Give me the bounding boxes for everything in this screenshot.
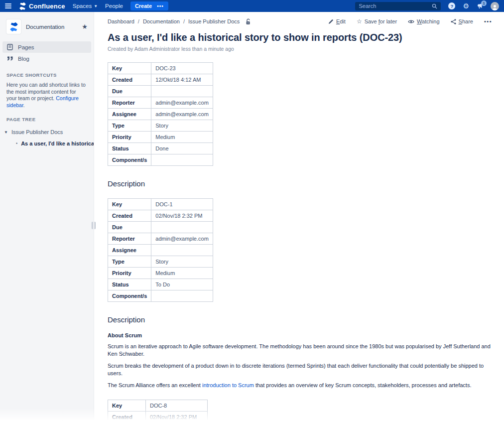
- description-heading-2: Description: [108, 315, 492, 324]
- field-label: Key: [108, 199, 151, 210]
- field-value: DOC-1: [151, 199, 213, 210]
- issue-field-row: TypeStory: [108, 256, 213, 268]
- bullet-icon: •: [16, 141, 17, 146]
- space-logo[interactable]: [6, 19, 21, 34]
- pencil-icon: [328, 19, 334, 24]
- confluence-logo[interactable]: Confluence: [19, 2, 65, 10]
- scrum-paragraph-1: Scrum is an iterative approach to Agile …: [108, 343, 492, 358]
- scrum-paragraph-2: Scrum breaks the development of a produc…: [108, 362, 492, 377]
- field-value: admin@example.com: [151, 233, 213, 245]
- field-label: Assignee: [108, 245, 151, 256]
- sidebar-item-pages[interactable]: Pages: [2, 41, 91, 53]
- space-shortcuts-text: Here you can add shortcut links to the m…: [0, 82, 94, 109]
- unlock-restrictions-icon[interactable]: [245, 18, 251, 25]
- field-label: Assignee: [108, 109, 151, 120]
- sidebar-item-blog[interactable]: Blog: [2, 53, 91, 64]
- search-box[interactable]: [355, 2, 441, 10]
- field-label: Status: [108, 279, 151, 290]
- breadcrumb-documentation[interactable]: Documentation: [143, 18, 180, 24]
- page-tree-heading: PAGE TREE: [0, 109, 94, 126]
- tree-item-current-page[interactable]: • As a user, I'd like a historical st: [0, 138, 94, 148]
- issue-field-row: KeyDOC-1: [108, 199, 213, 210]
- sidebar-resize-grip[interactable]: [92, 222, 96, 229]
- issue-info-table-1: KeyDOC-23Created12/Okt/18 4:12 AMDueRepo…: [108, 62, 213, 166]
- issue-field-row: Created02/Nov/18 2:32 PM: [108, 210, 213, 222]
- more-actions-icon[interactable]: •••: [484, 18, 492, 24]
- save-for-later-button[interactable]: ☆ Save for later: [357, 18, 397, 25]
- field-label: Created: [108, 74, 151, 86]
- edit-button[interactable]: Edit: [328, 18, 346, 24]
- field-label: Component/s: [108, 154, 151, 166]
- field-label: Type: [108, 256, 151, 268]
- search-input[interactable]: [359, 3, 432, 9]
- chevron-down-icon[interactable]: ▼: [4, 130, 8, 135]
- field-value: Medium: [151, 132, 213, 143]
- issue-field-row: Component/s: [108, 290, 213, 302]
- share-button[interactable]: Share: [451, 18, 473, 24]
- favourite-star-icon[interactable]: ★: [82, 23, 88, 30]
- field-label: Component/s: [108, 290, 151, 302]
- issue-field-row: Reporteradmin@example.com: [108, 233, 213, 245]
- issue-field-row: Created12/Okt/18 4:12 AM: [108, 74, 213, 86]
- field-label: Priority: [108, 268, 151, 279]
- search-icon: [432, 3, 437, 9]
- field-label: Reporter: [108, 233, 151, 245]
- page-byline: Created by Adam Administrator less than …: [108, 46, 492, 52]
- field-label: Reporter: [108, 97, 151, 109]
- field-value: 12/Okt/18 4:12 AM: [151, 74, 213, 86]
- issue-field-row: StatusDone: [108, 143, 213, 154]
- issue-field-row: KeyDOC-8: [108, 400, 208, 412]
- field-value: Story: [151, 120, 213, 132]
- breadcrumb-dashboard[interactable]: Dashboard: [108, 18, 134, 24]
- nav-people[interactable]: People: [105, 3, 123, 9]
- sidebar-item-label: Blog: [18, 56, 29, 62]
- help-icon[interactable]: ?: [448, 2, 455, 9]
- create-more-icon[interactable]: •••: [157, 3, 164, 9]
- scrum-paragraph-3: The Scrum Alliance offers an excellent i…: [108, 382, 492, 389]
- field-label: Key: [108, 63, 151, 74]
- gear-icon[interactable]: ⚙: [463, 2, 469, 9]
- space-name[interactable]: Documentation: [26, 24, 64, 30]
- issue-field-row: KeyDOC-23: [108, 63, 213, 74]
- field-value: [151, 154, 213, 166]
- breadcrumb-issue-publisher-docs[interactable]: Issue Publisher Docs: [188, 18, 240, 24]
- tree-item-issue-publisher-docs[interactable]: ▼ Issue Publisher Docs: [0, 126, 94, 138]
- field-label: Due: [108, 222, 151, 233]
- issue-field-row: Assignee: [108, 245, 213, 256]
- pages-icon: [6, 44, 13, 50]
- create-button[interactable]: Create •••: [130, 1, 168, 10]
- description-heading-1: Description: [108, 179, 492, 188]
- breadcrumb: Dashboard / Documentation / Issue Publis…: [108, 18, 251, 25]
- page-actions: Edit ☆ Save for later Watching: [328, 18, 492, 25]
- field-value: 02/Nov/18 2:32 PM: [151, 210, 213, 222]
- nav-spaces[interactable]: Spaces ▼: [73, 3, 98, 9]
- user-avatar[interactable]: [491, 2, 499, 10]
- sidebar-item-label: Pages: [18, 44, 34, 50]
- issue-field-row: Due: [108, 222, 213, 233]
- field-value: admin@example.com: [151, 109, 213, 120]
- notifications-button[interactable]: 1: [477, 3, 483, 9]
- chevron-down-icon: ▼: [94, 4, 98, 8]
- field-value: 02/Nov/18 2:32 PM: [146, 412, 208, 423]
- watching-button[interactable]: Watching: [408, 18, 439, 24]
- field-value: [151, 86, 213, 97]
- field-value: [151, 245, 213, 256]
- confluence-logo-text: Confluence: [29, 2, 65, 10]
- issue-field-row: Created02/Nov/18 2:32 PM: [108, 412, 208, 423]
- app-switcher-icon[interactable]: [5, 3, 11, 8]
- field-label: Priority: [108, 132, 151, 143]
- star-outline-icon: ☆: [357, 18, 362, 25]
- field-label: Type: [108, 120, 151, 132]
- issue-field-row: PriorityMedium: [108, 132, 213, 143]
- field-label: Created: [108, 412, 146, 423]
- confluence-logo-icon: [19, 2, 26, 10]
- issue-field-row: PriorityMedium: [108, 268, 213, 279]
- field-label: Status: [108, 143, 151, 154]
- notification-badge: 1: [481, 0, 487, 6]
- field-value: Medium: [151, 268, 213, 279]
- field-value: Done: [151, 143, 213, 154]
- main-content: Dashboard / Documentation / Issue Publis…: [95, 12, 504, 423]
- introduction-to-scrum-link[interactable]: introduction to Scrum: [202, 382, 254, 388]
- space-sidebar: Documentation ★ Pages Blog SPACE SHORTCU…: [0, 12, 94, 423]
- blog-quote-icon: [6, 56, 13, 61]
